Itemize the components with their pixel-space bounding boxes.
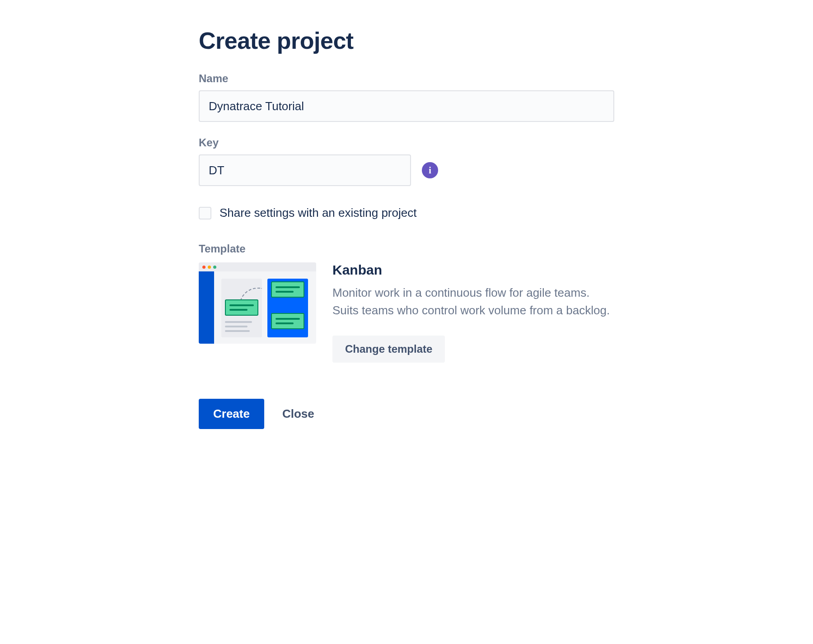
key-input[interactable]: [199, 154, 411, 186]
close-button[interactable]: Close: [282, 407, 314, 421]
info-icon[interactable]: i: [422, 162, 438, 178]
template-name: Kanban: [332, 262, 614, 278]
key-field-group: Key i: [199, 136, 614, 186]
share-settings-row: Share settings with an existing project: [199, 206, 614, 220]
share-settings-checkbox[interactable]: [199, 207, 211, 219]
key-label: Key: [199, 136, 614, 149]
create-project-form: Create project Name Key i Share settings…: [199, 27, 614, 429]
name-label: Name: [199, 72, 614, 85]
share-settings-label[interactable]: Share settings with an existing project: [220, 206, 416, 220]
page-title: Create project: [199, 27, 614, 54]
template-thumbnail-icon: [199, 262, 316, 344]
key-row: i: [199, 154, 614, 186]
template-section-label: Template: [199, 243, 614, 255]
name-field-group: Name: [199, 72, 614, 122]
create-button[interactable]: Create: [199, 399, 264, 429]
template-section: Template Kanban M: [199, 243, 614, 363]
template-row: Kanban Monitor work in a continuous flow…: [199, 262, 614, 363]
name-input[interactable]: [199, 90, 614, 122]
dialog-footer: Create Close: [199, 399, 614, 429]
change-template-button[interactable]: Change template: [332, 336, 445, 363]
template-description: Monitor work in a continuous flow for ag…: [332, 284, 614, 319]
template-info: Kanban Monitor work in a continuous flow…: [332, 262, 614, 363]
